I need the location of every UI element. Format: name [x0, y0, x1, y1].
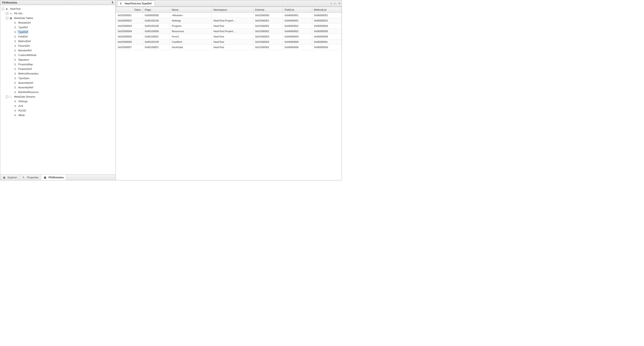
table-row[interactable]: 0x020000030x00100180ProgramHashTest0x010… [116, 23, 342, 29]
cell-ml: 0x06000001 [312, 13, 342, 18]
table-icon: § [14, 30, 17, 34]
sidebar: PE/Metadata − ◈ HashTest + ▭ PE Info [0, 0, 116, 180]
tab-properties[interactable]: ✎ Properties [20, 175, 41, 180]
cell-ml: 0x06000001 [312, 18, 342, 23]
tree-label: #GUID [18, 109, 27, 112]
close-tab-button[interactable]: ✕ [337, 2, 342, 5]
table-icon: § [14, 90, 17, 94]
tree-node-table[interactable]: §ParamDef [1, 44, 114, 48]
cell-token: 0x02000007 [116, 45, 143, 50]
cell-flags: 0x00000000 [143, 13, 170, 18]
col-namespace[interactable]: Namespace [212, 7, 254, 13]
tree-node-table[interactable]: §MemberRef [1, 48, 114, 53]
tab-pemetadata[interactable]: ▦ PE/Metadata [41, 175, 66, 180]
tree-node-table[interactable]: §CustomAttribute [1, 53, 114, 57]
expander-icon[interactable]: − [6, 17, 8, 20]
tree-node-table[interactable]: §ModuleDef [1, 20, 114, 25]
col-fieldlist[interactable]: FieldList [283, 7, 312, 13]
expander-icon[interactable]: − [6, 96, 8, 98]
tab-label: Properties [27, 176, 38, 179]
cell-token: 0x02000003 [116, 23, 143, 29]
expander-icon[interactable]: − [2, 8, 4, 10]
table-icon: § [14, 81, 17, 84]
data-grid[interactable]: Token Flags Name Namespace Extends Field… [116, 7, 342, 180]
next-tab-button[interactable]: ▷ [333, 2, 337, 5]
tree-node-table[interactable]: §TypeDef [1, 30, 114, 34]
stream-icon: ≋ [14, 104, 17, 108]
tree-label: HashTest [9, 8, 21, 10]
cell-token: 0x02000006 [116, 39, 143, 45]
tree-node-table[interactable]: §TypeRef [1, 25, 114, 30]
tree-label: CustomAttribute [18, 54, 37, 56]
col-flags[interactable]: Flags [143, 7, 170, 13]
tree-node-table[interactable]: §AssemblyRef [1, 85, 114, 90]
tree-label: PropertyDef [18, 68, 32, 70]
tree-node-stream[interactable]: ≋#US [1, 104, 114, 108]
cell-name: DeckData [170, 45, 212, 50]
tree-view[interactable]: − ◈ HashTest + ▭ PE Info − ▦ MetaData Ta… [0, 5, 116, 175]
cell-ns: HashTest [212, 23, 254, 29]
cell-token: 0x02000004 [116, 29, 143, 34]
tab-label: Explorer [8, 176, 17, 179]
grid-icon: ▦ [44, 176, 47, 179]
cell-token: 0x02000002 [116, 18, 143, 23]
tree-node-table[interactable]: §ManifestResource [1, 90, 114, 94]
tree-label: #US [18, 105, 24, 107]
col-name[interactable]: Name [170, 7, 212, 13]
cell-ml: 0x06000005 [312, 29, 342, 34]
tree-node-mdtables[interactable]: − ▦ MetaData Tables [1, 16, 114, 20]
tree-node-table[interactable]: §AssemblyDef [1, 80, 114, 85]
cell-fl: 0x04000002 [283, 29, 312, 34]
tree-node-table[interactable]: §PropertyDef [1, 67, 114, 71]
table-icon: § [14, 77, 17, 80]
table-row[interactable]: 0x020000020x00100100SettingsHashTest.Pro… [116, 18, 342, 23]
tree-node-table[interactable]: §PropertyMap [1, 62, 114, 67]
pin-icon[interactable] [111, 2, 114, 4]
cell-ext: 0x01000002 [253, 45, 282, 50]
tree-node-root[interactable]: − ◈ HashTest [1, 7, 114, 11]
tree-node-stream[interactable]: ≋#Blob [1, 113, 114, 117]
table-icon: § [14, 67, 17, 71]
table-row[interactable]: 0x020000060x00100109CardItemHashTest0x01… [116, 39, 342, 45]
col-methodlist[interactable]: MethodList [312, 7, 342, 13]
cell-ns: HashTest [212, 45, 254, 50]
tree-label: MethodDef [18, 40, 32, 43]
cell-ext: 0x01000003 [253, 34, 282, 39]
table-icon: § [14, 72, 17, 75]
table-icon: § [119, 2, 122, 5]
table-row[interactable]: 0x020000040x00100000ResourcesHashTest.Pr… [116, 29, 342, 34]
sidebar-tabs: ▣ Explorer ✎ Properties ▦ PE/Metadata [0, 175, 116, 180]
cell-name: Form1 [170, 34, 212, 39]
table-icon: § [14, 35, 17, 38]
tree-node-table[interactable]: §MethodSemantics [1, 71, 114, 76]
table-row[interactable]: 0x020000070x00100001DeckDataHashTest0x01… [116, 45, 342, 50]
cell-ext: 0x02000000 [253, 13, 282, 18]
table-row[interactable]: 0x020000010x00000000<Module>0x020000000x… [116, 13, 342, 18]
tree-node-mdstreams[interactable]: − ◌ MetaData Streams [1, 94, 114, 99]
tree-label: AssemblyDef [18, 81, 34, 84]
tree-node-table[interactable]: §Signature [1, 57, 114, 62]
tree-node-stream[interactable]: ≋#GUID [1, 108, 114, 113]
tree-label: PE Info [14, 12, 23, 15]
tree-node-peinfo[interactable]: + ▭ PE Info [1, 11, 114, 16]
table-icon: § [14, 26, 17, 29]
tree-label: MemberRef [18, 49, 32, 52]
doc-tab[interactable]: § HashTest.exe.TypeDef [117, 1, 155, 6]
tab-explorer[interactable]: ▣ Explorer [0, 175, 20, 180]
col-extends[interactable]: Extends [253, 7, 282, 13]
stream-icon: ≋ [14, 109, 17, 112]
cell-fl: 0x04000001 [283, 18, 312, 23]
tree-node-table[interactable]: §TypeSpec [1, 76, 114, 80]
cell-flags: 0x00100001 [143, 45, 170, 50]
tree-node-table[interactable]: §MethodDef [1, 39, 114, 44]
col-token[interactable]: Token [116, 7, 143, 13]
table-row[interactable]: 0x020000050x00100001Form1HashTest0x01000… [116, 34, 342, 39]
cell-fl: 0x04000008 [283, 39, 312, 45]
tree-label: TypeSpec [18, 77, 30, 80]
prev-tab-button[interactable]: ◁ [329, 2, 333, 5]
tree-node-stream[interactable]: ≋#Strings [1, 99, 114, 104]
tree-node-table[interactable]: §FieldDef [1, 34, 114, 39]
expander-icon[interactable]: + [6, 12, 8, 15]
tree-label: FieldDef [18, 35, 28, 38]
doc-tab-label: HashTest.exe.TypeDef [125, 2, 152, 5]
